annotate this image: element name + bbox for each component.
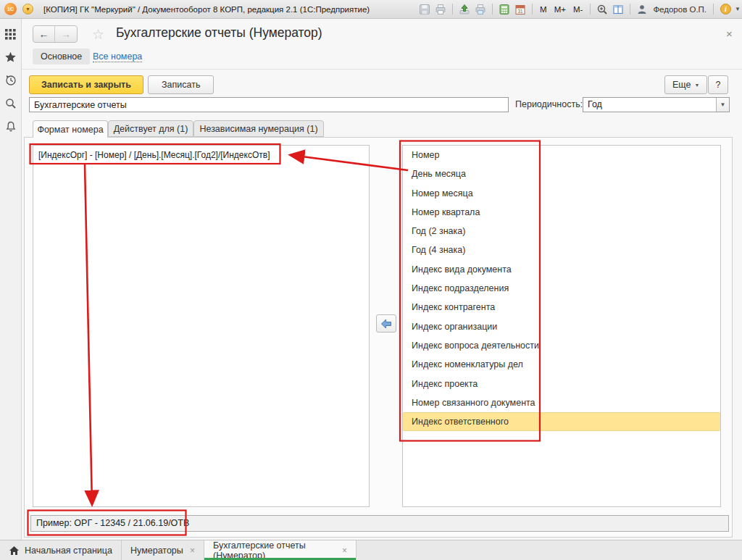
insert-component-button[interactable] — [376, 314, 396, 333]
list-item[interactable]: Год (2 знака) — [403, 222, 720, 241]
open-windows-taskbar: Начальная страница Нумераторы × Бухгалте… — [0, 540, 742, 560]
toolbar-separator — [492, 4, 493, 14]
chevron-down-icon[interactable]: ▼ — [716, 98, 729, 112]
list-item[interactable]: Номер связанного документа — [403, 393, 720, 412]
list-item[interactable]: Индекс вопроса деятельности — [403, 336, 720, 355]
toolbar-overflow-caret[interactable]: ▼ — [735, 6, 741, 12]
toolbar-separator — [630, 4, 630, 14]
chevron-down-icon: ▼ — [694, 83, 699, 88]
titlebar-toolbar: 31 M M+ M- Федоров О.П. i ▼ — [418, 3, 742, 16]
list-item[interactable]: День месяца — [403, 164, 720, 183]
toolbar-separator — [532, 4, 533, 14]
list-item[interactable]: Индекс номенклатуры дел — [403, 355, 720, 374]
history-nav-buttons: ← → — [33, 25, 78, 43]
favorites-star-icon[interactable] — [4, 51, 17, 64]
page-title: Бухгалтерские отчеты (Нумератор) — [116, 25, 322, 41]
more-button[interactable]: Еще ▼ — [664, 75, 707, 94]
tab-independent-numbering[interactable]: Независимая нумерация (1) — [193, 120, 324, 137]
save-icon[interactable] — [418, 3, 431, 16]
print-settings-icon[interactable] — [474, 3, 487, 16]
home-icon — [9, 546, 20, 556]
list-item[interactable]: Индекс подразделения — [403, 279, 720, 298]
history-icon[interactable] — [4, 74, 17, 87]
memory-m-button[interactable]: M — [538, 5, 549, 14]
close-tab-icon[interactable]: × — [342, 546, 347, 556]
list-item[interactable]: Индекс проекта — [403, 375, 720, 393]
send-file-icon[interactable] — [458, 3, 471, 16]
memory-m-plus-button[interactable]: M+ — [552, 5, 568, 14]
taskbar-tab-label: Начальная страница — [25, 546, 112, 556]
header-separator — [22, 69, 742, 70]
taskbar-tab-numerators[interactable]: Нумераторы × — [122, 540, 204, 560]
list-item[interactable]: Индекс ответственного — [403, 412, 720, 431]
menu-grid-icon[interactable] — [4, 28, 17, 41]
taskbar-tab-label: Нумераторы — [130, 546, 183, 556]
print-icon[interactable] — [434, 3, 447, 16]
titlebar: 1С ▼ [КОПИЯ] ГК "Меркурий" / Документооб… — [0, 0, 742, 19]
tab-number-format[interactable]: Формат номера — [33, 120, 108, 138]
calculator-icon[interactable] — [498, 3, 511, 16]
user-icon — [635, 3, 649, 16]
taskbar-tab-accounting-reports[interactable]: Бухгалтерские отчеты (Нумератор) × — [204, 540, 357, 560]
window-title: [КОПИЯ] ГК "Меркурий" / Документооборот … — [43, 5, 370, 14]
list-item[interactable]: Год (4 знака) — [403, 241, 720, 259]
arrow-left-icon — [380, 319, 392, 329]
memory-m-minus-button[interactable]: M- — [571, 5, 585, 14]
svg-text:31: 31 — [517, 8, 523, 13]
periodicity-select[interactable]: Год ▼ — [583, 97, 730, 112]
search-icon[interactable] — [4, 97, 17, 110]
save-and-close-button[interactable]: Записать и закрыть — [29, 75, 143, 94]
toolbar-separator — [713, 4, 714, 14]
1c-logo-icon: 1С — [4, 3, 17, 15]
periodicity-label: Периодичность: — [515, 99, 583, 109]
list-item[interactable]: Номер квартала — [403, 203, 720, 222]
taskbar-tab-label: Бухгалтерские отчеты (Нумератор) — [213, 540, 337, 560]
current-user-name[interactable]: Федоров О.П. — [653, 5, 706, 14]
save-button[interactable]: Записать — [148, 75, 214, 94]
help-button[interactable]: ? — [708, 75, 728, 94]
list-item[interactable]: Индекс контрагента — [403, 298, 720, 317]
split-window-icon[interactable] — [612, 3, 625, 16]
nav-item-main[interactable]: Основное — [33, 49, 90, 64]
nav-item-all-numbers[interactable]: Все номера — [93, 51, 142, 62]
numerator-name-input[interactable] — [29, 97, 509, 112]
forward-button[interactable]: → — [55, 26, 77, 42]
notifications-bell-icon[interactable] — [4, 120, 17, 133]
svg-text:i: i — [725, 5, 727, 13]
toolbar-separator — [452, 4, 453, 14]
taskbar-tab-home[interactable]: Начальная страница — [0, 540, 122, 560]
sidebar — [0, 19, 22, 540]
components-list: НомерДень месяцаНомер месяцаНомер кварта… — [402, 145, 721, 507]
number-format-editor[interactable]: [ИндексОрг] - [Номер] / [День].[Месяц].[… — [33, 145, 370, 507]
close-form-icon[interactable]: × — [726, 28, 733, 40]
favorite-star-icon[interactable]: ☆ — [92, 26, 104, 43]
tab-valid-for[interactable]: Действует для (1) — [108, 120, 193, 137]
back-button[interactable]: ← — [33, 26, 55, 42]
toolbar-separator — [590, 4, 591, 14]
form-area: ← → ☆ Бухгалтерские отчеты (Нумератор) ×… — [22, 19, 742, 540]
application-window: 1С ▼ [КОПИЯ] ГК "Меркурий" / Документооб… — [0, 0, 742, 560]
main-menu-chevron-icon[interactable]: ▼ — [22, 4, 33, 14]
periodicity-value: Год — [583, 98, 716, 112]
list-item[interactable]: Номер — [403, 146, 720, 164]
example-field: Пример: ОРГ - 12345 / 21.06.19/ОТВ — [30, 515, 729, 532]
info-icon[interactable]: i — [719, 3, 732, 16]
list-item[interactable]: Индекс вида документа — [403, 260, 720, 279]
calendar-icon[interactable]: 31 — [514, 3, 527, 16]
list-item[interactable]: Индекс организации — [403, 317, 720, 336]
format-string: [ИндексОрг] - [Номер] / [День].[Месяц].[… — [33, 146, 369, 164]
close-tab-icon[interactable]: × — [190, 546, 195, 556]
more-button-label: Еще — [672, 80, 691, 90]
list-item[interactable]: Номер месяца — [403, 184, 720, 203]
zoom-icon[interactable] — [596, 3, 609, 16]
